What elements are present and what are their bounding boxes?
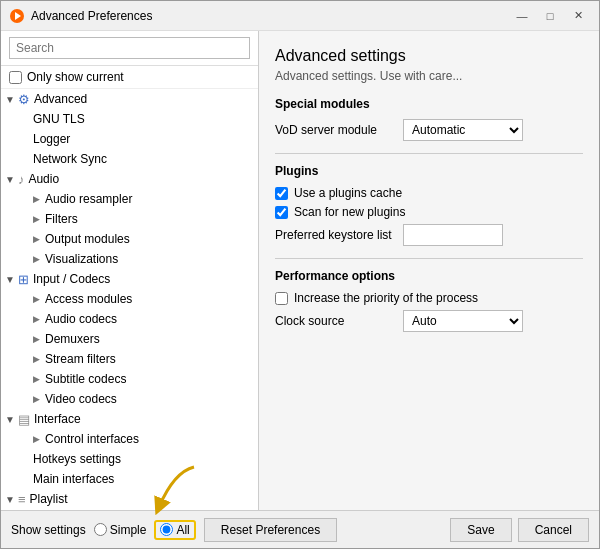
plugins-cache-label: Use a plugins cache xyxy=(294,186,402,200)
tree-item-demuxers[interactable]: ▶ Demuxers xyxy=(1,329,258,349)
advanced-icon: ⚙ xyxy=(18,92,30,107)
vod-server-label: VoD server module xyxy=(275,123,395,137)
subtitle-codecs-label: Subtitle codecs xyxy=(45,372,126,386)
divider-1 xyxy=(275,153,583,154)
interface-label: Interface xyxy=(34,412,81,426)
interface-icon: ▤ xyxy=(18,412,30,427)
stream-filters-label: Stream filters xyxy=(45,352,116,366)
cancel-button[interactable]: Cancel xyxy=(518,518,589,542)
vod-server-row: VoD server module Automatic None xyxy=(275,119,583,141)
keystore-input[interactable] xyxy=(403,224,503,246)
vod-server-select[interactable]: Automatic None xyxy=(403,119,523,141)
bottom-right: Save Cancel xyxy=(450,518,589,542)
control-interfaces-label: Control interfaces xyxy=(45,432,139,446)
plugins-section: Plugins Use a plugins cache Scan for new… xyxy=(275,164,583,246)
bottom-bar: Show settings Simple All xyxy=(1,510,599,548)
plugins-header: Plugins xyxy=(275,164,583,178)
minimize-button[interactable]: — xyxy=(509,6,535,26)
special-modules-section: Special modules VoD server module Automa… xyxy=(275,97,583,141)
save-button[interactable]: Save xyxy=(450,518,511,542)
tree-item-control-interfaces[interactable]: ▶ Control interfaces xyxy=(1,429,258,449)
tree-item-output-modules[interactable]: ▶ Output modules xyxy=(1,229,258,249)
audio-icon: ♪ xyxy=(18,172,25,187)
chevron-input-codecs: ▼ xyxy=(5,274,15,285)
show-settings-label: Show settings xyxy=(11,523,86,537)
network-sync-label: Network Sync xyxy=(33,152,107,166)
plugins-cache-row: Use a plugins cache xyxy=(275,186,583,200)
left-panel: Only show current ▼ ⚙ Advanced GNU TLS L… xyxy=(1,31,259,510)
chevron-video-codecs: ▶ xyxy=(33,394,40,404)
tree-item-filters[interactable]: ▶ Filters xyxy=(1,209,258,229)
reset-preferences-button[interactable]: Reset Preferences xyxy=(204,518,337,542)
tree-section-audio[interactable]: ▼ ♪ Audio xyxy=(1,169,258,189)
main-window: Advanced Preferences — □ ✕ Only show cur… xyxy=(0,0,600,549)
priority-row: Increase the priority of the process xyxy=(275,291,583,305)
chevron-audio: ▼ xyxy=(5,174,15,185)
visualizations-label: Visualizations xyxy=(45,252,118,266)
divider-2 xyxy=(275,258,583,259)
playlist-icon: ≡ xyxy=(18,492,26,507)
tree-section-playlist[interactable]: ▼ ≡ Playlist xyxy=(1,489,258,509)
tree-item-hotkeys-settings[interactable]: Hotkeys settings xyxy=(1,449,258,469)
bottom-left: Show settings Simple All xyxy=(11,518,337,542)
scan-plugins-label: Scan for new plugins xyxy=(294,205,405,219)
radio-simple-item: Simple xyxy=(94,523,147,537)
clock-source-row: Clock source Auto System xyxy=(275,310,583,332)
chevron-filters: ▶ xyxy=(33,214,40,224)
search-bar xyxy=(1,31,258,66)
window-title: Advanced Preferences xyxy=(31,9,152,23)
only-show-current-row: Only show current xyxy=(1,66,258,89)
keystore-row: Preferred keystore list xyxy=(275,224,583,246)
demuxers-label: Demuxers xyxy=(45,332,100,346)
input-codecs-icon: ⊞ xyxy=(18,272,29,287)
tree-item-access-modules[interactable]: ▶ Access modules xyxy=(1,289,258,309)
search-input[interactable] xyxy=(9,37,250,59)
video-codecs-label: Video codecs xyxy=(45,392,117,406)
title-bar: Advanced Preferences — □ ✕ xyxy=(1,1,599,31)
chevron-output-modules: ▶ xyxy=(33,234,40,244)
audio-resampler-label: Audio resampler xyxy=(45,192,132,206)
tree-item-audio-codecs[interactable]: ▶ Audio codecs xyxy=(1,309,258,329)
priority-label: Increase the priority of the process xyxy=(294,291,478,305)
maximize-button[interactable]: □ xyxy=(537,6,563,26)
right-panel: Advanced settings Advanced settings. Use… xyxy=(259,31,599,510)
only-show-current-checkbox[interactable] xyxy=(9,71,22,84)
title-bar-controls: — □ ✕ xyxy=(509,6,591,26)
tree-section-advanced[interactable]: ▼ ⚙ Advanced xyxy=(1,89,258,109)
tree-item-video-codecs[interactable]: ▶ Video codecs xyxy=(1,389,258,409)
tree-container: ▼ ⚙ Advanced GNU TLS Logger Network Sync… xyxy=(1,89,258,510)
chevron-audio-codecs: ▶ xyxy=(33,314,40,324)
plugins-cache-checkbox[interactable] xyxy=(275,187,288,200)
chevron-access-modules: ▶ xyxy=(33,294,40,304)
chevron-stream-filters: ▶ xyxy=(33,354,40,364)
advanced-label: Advanced xyxy=(34,92,87,106)
input-codecs-label: Input / Codecs xyxy=(33,272,110,286)
hotkeys-settings-label: Hotkeys settings xyxy=(33,452,121,466)
tree-section-interface[interactable]: ▼ ▤ Interface xyxy=(1,409,258,429)
tree-item-audio-resampler[interactable]: ▶ Audio resampler xyxy=(1,189,258,209)
radio-all-label: All xyxy=(176,523,189,537)
tree-item-logger[interactable]: Logger xyxy=(1,129,258,149)
tree-item-visualizations[interactable]: ▶ Visualizations xyxy=(1,249,258,269)
app-icon xyxy=(9,8,25,24)
audio-codecs-label: Audio codecs xyxy=(45,312,117,326)
filters-label: Filters xyxy=(45,212,78,226)
priority-checkbox[interactable] xyxy=(275,292,288,305)
chevron-demuxers: ▶ xyxy=(33,334,40,344)
tree-item-stream-filters[interactable]: ▶ Stream filters xyxy=(1,349,258,369)
close-button[interactable]: ✕ xyxy=(565,6,591,26)
clock-source-select[interactable]: Auto System xyxy=(403,310,523,332)
tree-section-input-codecs[interactable]: ▼ ⊞ Input / Codecs xyxy=(1,269,258,289)
tree-item-main-interfaces[interactable]: Main interfaces xyxy=(1,469,258,489)
scan-plugins-checkbox[interactable] xyxy=(275,206,288,219)
tree-item-gnu-tls[interactable]: GNU TLS xyxy=(1,109,258,129)
scan-plugins-row: Scan for new plugins xyxy=(275,205,583,219)
output-modules-label: Output modules xyxy=(45,232,130,246)
chevron-visualizations: ▶ xyxy=(33,254,40,264)
performance-header: Performance options xyxy=(275,269,583,283)
tree-item-subtitle-codecs[interactable]: ▶ Subtitle codecs xyxy=(1,369,258,389)
clock-source-label: Clock source xyxy=(275,314,395,328)
radio-all[interactable] xyxy=(160,523,173,536)
radio-simple[interactable] xyxy=(94,523,107,536)
tree-item-network-sync[interactable]: Network Sync xyxy=(1,149,258,169)
